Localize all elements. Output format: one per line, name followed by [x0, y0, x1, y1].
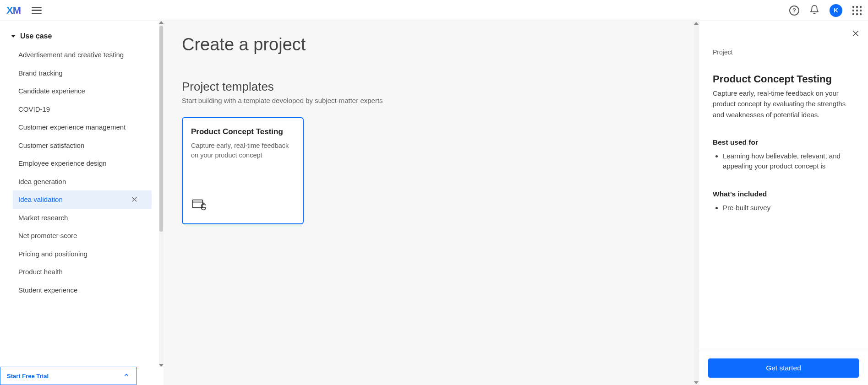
app-switcher-icon[interactable]: [852, 6, 862, 15]
sidebar-item[interactable]: Customer experience management: [0, 118, 164, 136]
sidebar-item-label: Idea validation: [18, 195, 63, 204]
notifications-icon[interactable]: [809, 5, 819, 16]
whats-included-label: What's included: [713, 190, 854, 198]
layout: Use case Advertisement and creative test…: [0, 21, 868, 385]
detail-eyebrow: Project: [713, 49, 854, 56]
sidebar-item[interactable]: Market research: [0, 209, 164, 227]
sidebar-section-header[interactable]: Use case: [0, 21, 164, 46]
caret-down-icon: [11, 35, 16, 38]
list-item: Learning how believable, relevant, and a…: [723, 151, 854, 172]
topbar: XM ? K: [0, 0, 868, 21]
detail-desc: Capture early, real-time feedback on you…: [713, 88, 854, 120]
chevron-up-icon: [123, 372, 130, 380]
concept-testing-icon: [191, 198, 207, 215]
get-started-button[interactable]: Get started: [708, 358, 859, 378]
topbar-right: ? K: [789, 4, 862, 17]
main-scrollbar[interactable]: [694, 21, 699, 385]
start-free-trial-button[interactable]: Start Free Trial: [0, 367, 136, 385]
avatar[interactable]: K: [830, 4, 842, 17]
trial-label: Start Free Trial: [7, 373, 49, 380]
whats-included-list: Pre-built survey: [713, 203, 854, 213]
sidebar-item[interactable]: Pricing and positioning: [0, 245, 164, 263]
template-card-title: Product Concept Testing: [191, 127, 295, 136]
best-used-for-list: Learning how believable, relevant, and a…: [713, 151, 854, 172]
sidebar-item[interactable]: Advertisement and creative testing: [0, 46, 164, 64]
best-used-for-label: Best used for: [713, 138, 854, 146]
detail-title: Product Concept Testing: [713, 73, 854, 85]
usecase-list: Advertisement and creative testingBrand …: [0, 46, 164, 385]
sidebar-scrollbar[interactable]: [159, 21, 164, 367]
template-card-desc: Capture early, real-time feedback on you…: [191, 141, 295, 160]
sidebar-item[interactable]: Net promoter score: [0, 227, 164, 245]
brand-logo[interactable]: XM: [6, 5, 21, 16]
menu-icon[interactable]: [32, 7, 42, 14]
sidebar-item[interactable]: COVID-19: [0, 100, 164, 119]
sidebar-item[interactable]: Customer satisfaction: [0, 136, 164, 155]
sidebar-item[interactable]: Candidate experience: [0, 82, 164, 100]
page-title: Create a project: [182, 35, 680, 54]
close-icon[interactable]: [852, 29, 860, 39]
clear-filter-icon[interactable]: [131, 196, 138, 203]
main-content: Create a project Project templates Start…: [164, 21, 699, 385]
detail-body: Project Product Concept Testing Capture …: [699, 21, 868, 351]
sidebar-section-label: Use case: [20, 32, 52, 40]
sidebar-item[interactable]: Brand tracking: [0, 64, 164, 82]
sidebar-item[interactable]: Idea generation: [0, 173, 164, 191]
sidebar-item[interactable]: Idea validation: [13, 190, 152, 209]
help-icon[interactable]: ?: [789, 5, 799, 16]
list-item: Pre-built survey: [723, 203, 854, 213]
sidebar-item[interactable]: Product health: [0, 263, 164, 281]
sidebar-item[interactable]: Employee experience design: [0, 154, 164, 173]
templates-heading: Project templates: [182, 80, 680, 94]
template-card-product-concept-testing[interactable]: Product Concept Testing Capture early, r…: [182, 117, 304, 224]
templates-subheading: Start building with a template developed…: [182, 97, 680, 104]
sidebar-item[interactable]: Student experience: [0, 281, 164, 299]
detail-footer: Get started: [699, 351, 868, 385]
sidebar: Use case Advertisement and creative test…: [0, 21, 164, 385]
detail-panel: Project Product Concept Testing Capture …: [699, 21, 868, 385]
svg-point-4: [203, 204, 204, 205]
sidebar-scroll-thumb[interactable]: [159, 26, 163, 232]
